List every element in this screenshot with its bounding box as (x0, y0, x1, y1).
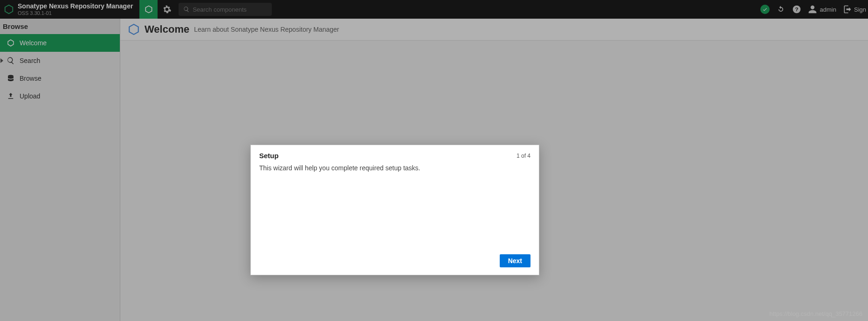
watermark: https://blog.csdn.net/qq_35771266 (770, 310, 863, 317)
modal-title: Setup (259, 152, 279, 160)
setup-wizard-modal: Setup 1 of 4 This wizard will help you c… (250, 145, 539, 275)
modal-step-indicator: 1 of 4 (517, 153, 530, 159)
next-button[interactable]: Next (500, 254, 530, 267)
modal-body: This wizard will help you complete requi… (251, 162, 539, 250)
